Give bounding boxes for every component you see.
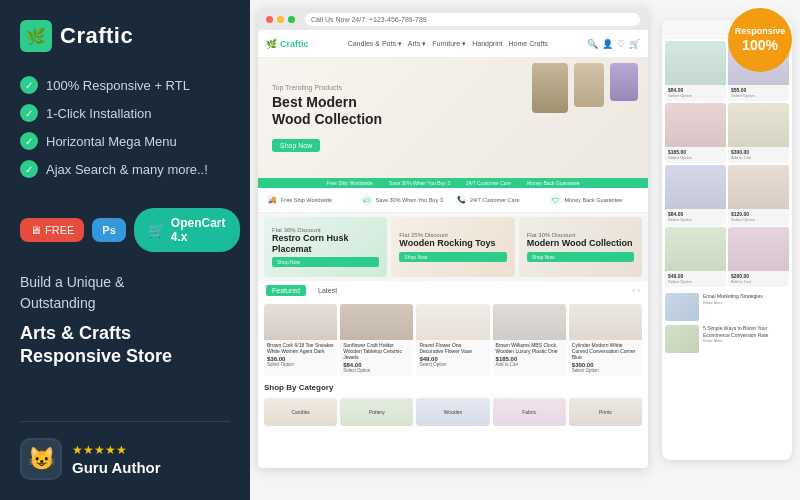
- promo-banner-1: Flat 36% Discount Restro Corn Husk Place…: [264, 217, 387, 277]
- tablet-product-image: [665, 165, 726, 209]
- article-title: 5 Simple Ways to Boost Your Ecommerce Co…: [703, 325, 789, 338]
- brand-name: Craftic: [60, 23, 133, 49]
- tab-featured[interactable]: Featured: [266, 285, 306, 296]
- author-stars: ★★★★★: [72, 443, 161, 457]
- author-area: 😺 ★★★★★ Guru Author: [20, 421, 230, 480]
- tablet-product-price: $120.00: [728, 209, 789, 217]
- promo-btn-2[interactable]: Shop Now: [399, 252, 506, 262]
- nav-item: Handprint: [472, 40, 502, 48]
- feature-returns: 🛡 Money Back Guarantee: [550, 194, 641, 206]
- tablet-product-action[interactable]: Select Option: [665, 155, 726, 160]
- hero-section: Top Trending Products Best Modern Wood C…: [258, 58, 648, 178]
- opencart-badge: 🛒 OpenCart 4.x: [134, 208, 240, 252]
- truck-icon: 🚚: [266, 194, 278, 206]
- features-list: ✓ 100% Responsive + RTL ✓ 1-Click Instal…: [20, 76, 230, 188]
- article-meta[interactable]: Read More: [703, 300, 763, 305]
- feature-shipping: 🚚 Free Ship Worldwide: [266, 194, 357, 206]
- tablet-products-grid: $84.00 Select Option $55.00 Select Optio…: [662, 38, 792, 290]
- responsive-line2: 100%: [742, 37, 778, 54]
- tablet-product-action[interactable]: Add to Cart: [728, 279, 789, 284]
- tablet-article-area: Email Marketing Strategies Read More 5 S…: [662, 290, 792, 360]
- product-card: Round Flower One Decorative Flower Vase …: [416, 304, 489, 376]
- tablet-product-action[interactable]: Select Option: [665, 279, 726, 284]
- logo-area: 🌿 Craftic: [20, 20, 230, 52]
- product-action[interactable]: Select Option: [264, 362, 337, 367]
- tablet-product-card: $300.00 Add to Cart: [728, 103, 789, 163]
- banner-item: Free Ship Worldwide: [326, 180, 372, 186]
- product-name: Cylinder Modern White Curved Conversatio…: [569, 340, 642, 362]
- banner-item: Money Back Guarantee: [527, 180, 580, 186]
- nav-item: Candles & Pots ▾: [348, 40, 402, 48]
- tablet-product-price: $49.00: [665, 271, 726, 279]
- check-icon: ✓: [20, 132, 38, 150]
- feature-item: ✓ 100% Responsive + RTL: [20, 76, 230, 94]
- category-wooden[interactable]: Wooden: [416, 398, 489, 426]
- tablet-product-image: [728, 165, 789, 209]
- tablet-product-action[interactable]: Select Option: [728, 93, 789, 98]
- hero-image-area: [532, 63, 638, 113]
- article-meta[interactable]: Read More: [703, 338, 789, 343]
- tablet-product-price: $300.00: [728, 147, 789, 155]
- site-header: 🌿 Craftic Candles & Pots ▾ Arts ▾ Furnit…: [258, 30, 648, 58]
- cart-icon: 🛒: [629, 39, 640, 49]
- store-title: Arts & Crafts Responsive Store: [20, 322, 230, 369]
- tablet-product-action[interactable]: Add to Cart: [728, 155, 789, 160]
- tablet-product-card: $84.00 Select Option: [665, 41, 726, 101]
- monitor-badge: 🖥 FREE: [20, 218, 84, 242]
- tablet-product-card: $200.00 Add to Cart: [728, 227, 789, 287]
- tablet-product-price: $84.00: [665, 85, 726, 93]
- product-name: Brown Williams MBS Clock Wooden Luxury P…: [493, 340, 566, 356]
- tablet-product-action[interactable]: Select Option: [728, 217, 789, 222]
- monitor-icon: 🖥: [30, 224, 41, 236]
- product-image: [493, 304, 566, 340]
- category-row: Candles Pottery Wooden Fabric Prints: [258, 395, 648, 429]
- build-tagline-1: Build a Unique & Outstanding: [20, 272, 230, 314]
- tablet-mock: $84.00 Select Option $55.00 Select Optio…: [662, 20, 792, 460]
- feature-text: 24/7 Customer Care: [470, 197, 520, 203]
- hero-candle-3: [610, 63, 638, 101]
- features-row: 🚚 Free Ship Worldwide 🏷 Save 30% When Yo…: [258, 188, 648, 213]
- product-card: Brown Cork 6/18 Toe Sneaker White Women …: [264, 304, 337, 376]
- promo-banner-2: Flat 25% Discount Wooden Rocking Toys Sh…: [391, 217, 514, 277]
- article-item: Email Marketing Strategies Read More: [665, 293, 789, 321]
- tablet-product-action[interactable]: Select Option: [665, 217, 726, 222]
- product-action[interactable]: Add to Cart: [493, 362, 566, 367]
- product-action[interactable]: Select Option: [340, 368, 413, 373]
- author-name: Guru Author: [72, 459, 161, 476]
- product-action[interactable]: Select Option: [569, 368, 642, 373]
- author-info: ★★★★★ Guru Author: [72, 443, 161, 476]
- tag-icon: 🏷: [361, 194, 373, 206]
- category-candles[interactable]: Candles: [264, 398, 337, 426]
- product-name: Round Flower One Decorative Flower Vase: [416, 340, 489, 356]
- tab-latest[interactable]: Latest: [312, 285, 343, 296]
- article-title: Email Marketing Strategies: [703, 293, 763, 300]
- product-name: Sunflower Craft Holder Wooden Tabletop C…: [340, 340, 413, 362]
- brand-icon: 🌿: [20, 20, 52, 52]
- category-fabric[interactable]: Fabric: [493, 398, 566, 426]
- feature-item: ✓ Ajax Search & many more..!: [20, 160, 230, 178]
- feature-label: Horizontal Mega Menu: [46, 134, 177, 149]
- product-action[interactable]: Select Option: [416, 362, 489, 367]
- category-pottery[interactable]: Pottery: [340, 398, 413, 426]
- nav-item: Home Crafts: [509, 40, 548, 48]
- nav-item: Arts ▾: [408, 40, 426, 48]
- tablet-product-image: [665, 103, 726, 147]
- search-icon: 🔍: [587, 39, 598, 49]
- tablet-product-image: [665, 41, 726, 85]
- category-title: Shop By Category: [258, 380, 648, 395]
- hero-candle-1: [532, 63, 568, 113]
- tablet-product-action[interactable]: Select Option: [665, 93, 726, 98]
- product-card: Cylinder Modern White Curved Conversatio…: [569, 304, 642, 376]
- feature-label: 1-Click Installation: [46, 106, 152, 121]
- hero-cta-button[interactable]: Shop Now: [272, 139, 320, 152]
- feature-text: Free Ship Worldwide: [281, 197, 332, 203]
- promo-btn-1[interactable]: Shop Now: [272, 257, 379, 267]
- left-panel: 🌿 Craftic ✓ 100% Responsive + RTL ✓ 1-Cl…: [0, 0, 250, 500]
- banner-item: Save 30% When You Buy 3: [389, 180, 450, 186]
- product-image: [416, 304, 489, 340]
- promo-btn-3[interactable]: Shop Now: [527, 252, 634, 262]
- hero-text: Top Trending Products Best Modern Wood C…: [272, 84, 382, 152]
- tablet-product-card: $49.00 Select Option: [665, 227, 726, 287]
- shield-icon: 🛡: [550, 194, 562, 206]
- category-prints[interactable]: Prints: [569, 398, 642, 426]
